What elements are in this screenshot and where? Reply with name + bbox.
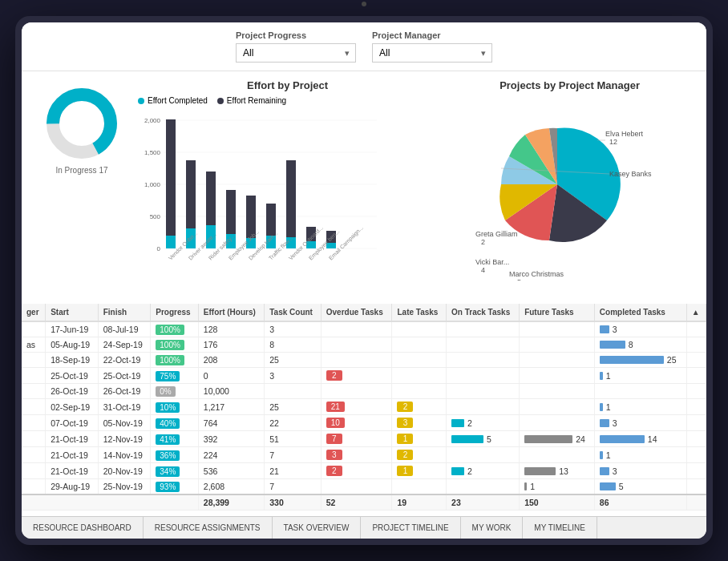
col-late: Late Tasks [392, 304, 447, 321]
cell-effort: 208 [198, 353, 264, 368]
cell-late: 1 [392, 431, 447, 447]
cell-completed: 3 [594, 415, 686, 431]
cell-tasks: 51 [265, 431, 322, 447]
project-progress-label: Project Progress [236, 30, 356, 40]
cell-progress: 40% [151, 415, 199, 431]
cell-overdue: 10 [321, 415, 392, 431]
cell-overdue: 7 [321, 431, 392, 447]
cell-manager [22, 353, 46, 368]
table-area[interactable]: ger Start Finish Progress Effort (Hours)… [22, 304, 706, 520]
legend-remaining-dot [217, 98, 224, 104]
cell-effort: 536 [198, 463, 264, 479]
cell-tasks: 8 [265, 337, 322, 353]
tab-my-timeline[interactable]: MY TIMELINE [523, 517, 597, 539]
col-effort: Effort (Hours) [198, 304, 264, 321]
cell-manager [22, 399, 46, 415]
col-progress: Progress [151, 304, 199, 321]
cell-late [392, 384, 447, 399]
cell-manager [22, 415, 46, 431]
cell-future [520, 353, 595, 368]
project-manager-select[interactable]: All [372, 43, 492, 63]
bar-chart-legend: Effort Completed Effort Remaining [138, 96, 437, 105]
cell-start: 21-Oct-19 [46, 447, 99, 463]
laptop-frame: Project Progress All Project Manager All [15, 16, 713, 545]
table-row: 07-Oct-19 05-Nov-19 40% 764 22 10 3 2 3 [22, 415, 706, 431]
svg-rect-12 [166, 119, 176, 248]
cell-completed: 25 [594, 353, 686, 368]
cell-finish: 31-Oct-19 [98, 399, 151, 415]
cell-finish: 08-Jul-19 [98, 321, 151, 337]
total-scroll [686, 494, 706, 511]
table-row: 21-Oct-19 14-Nov-19 36% 224 7 3 2 1 [22, 447, 706, 463]
cell-scroll [686, 384, 706, 399]
cell-future: 24 [520, 431, 595, 447]
camera-dot [362, 2, 366, 6]
tab-resource-assignments[interactable]: RESOURCE ASSIGNMENTS [144, 517, 273, 539]
cell-ontrack [447, 399, 520, 415]
cell-scroll [686, 337, 706, 353]
cell-finish: 14-Nov-19 [98, 447, 151, 463]
cell-progress: 93% [151, 479, 199, 495]
cell-scroll [686, 479, 706, 495]
legend-remaining-label: Effort Remaining [227, 96, 286, 105]
donut-chart-svg [46, 87, 118, 159]
cell-late [392, 353, 447, 368]
total-effort: 28,399 [198, 494, 264, 511]
cell-ontrack [447, 384, 520, 399]
svg-text:1,500: 1,500 [144, 149, 161, 156]
col-task-count: Task Count [265, 304, 322, 321]
cell-completed: 1 [594, 368, 686, 384]
project-manager-select-wrap[interactable]: All [372, 43, 492, 63]
legend-completed: Effort Completed [138, 96, 208, 105]
cell-completed: 5 [594, 479, 686, 495]
project-progress-select[interactable]: All [236, 43, 356, 63]
cell-completed [594, 384, 686, 399]
cell-finish: 05-Nov-19 [98, 415, 151, 431]
project-progress-filter-group: Project Progress All [236, 30, 356, 63]
cell-manager [22, 431, 46, 447]
project-progress-select-wrap[interactable]: All [236, 43, 356, 63]
svg-text:Vicki Bar...: Vicki Bar... [475, 258, 509, 266]
legend-completed-dot [138, 98, 144, 104]
cell-progress: 34% [151, 463, 199, 479]
total-label [22, 494, 198, 511]
tab-resource-dashboard[interactable]: RESOURCE DASHBOARD [22, 517, 144, 539]
col-start: Start [46, 304, 99, 321]
cell-future: 1 [520, 479, 595, 495]
svg-text:Kasey Banks: Kasey Banks [609, 170, 652, 178]
cell-start: 26-Oct-19 [46, 384, 99, 399]
tab-project-timeline[interactable]: PROJECT TIMELINE [361, 517, 460, 539]
cell-scroll [686, 399, 706, 415]
cell-manager [22, 447, 46, 463]
cell-future [520, 399, 595, 415]
cell-effort: 1,217 [198, 399, 264, 415]
tab-task-overview[interactable]: TASK OVERVIEW [273, 517, 362, 539]
data-table: ger Start Finish Progress Effort (Hours)… [22, 304, 706, 511]
legend-remaining: Effort Remaining [217, 96, 286, 105]
table-header-row: ger Start Finish Progress Effort (Hours)… [22, 304, 706, 321]
bar-chart-svg: 2,000 1,500 1,000 500 0 [138, 108, 378, 268]
total-completed: 86 [594, 494, 686, 511]
cell-tasks: 21 [265, 463, 322, 479]
cell-manager [22, 384, 46, 399]
cell-completed: 14 [594, 431, 686, 447]
table-row: 29-Aug-19 25-Nov-19 93% 2,608 7 1 5 [22, 479, 706, 495]
cell-finish: 25-Oct-19 [98, 368, 151, 384]
cell-start: 21-Oct-19 [46, 431, 99, 447]
total-ontrack: 23 [447, 494, 520, 511]
cell-progress: 75% [151, 368, 199, 384]
svg-text:Greta Gilliam: Greta Gilliam [475, 230, 518, 238]
cell-tasks: 7 [265, 479, 322, 495]
bottom-nav: RESOURCE DASHBOARD RESOURCE ASSIGNMENTS … [22, 516, 706, 539]
cell-scroll [686, 431, 706, 447]
cell-tasks: 25 [265, 353, 322, 368]
cell-start: 05-Aug-19 [46, 337, 99, 353]
cell-start: 18-Sep-19 [46, 353, 99, 368]
cell-future [520, 321, 595, 337]
pie-chart-area: Projects by Project Manager [445, 79, 694, 296]
cell-tasks: 3 [265, 368, 322, 384]
cell-overdue [321, 321, 392, 337]
cell-late: 3 [392, 415, 447, 431]
tab-my-work[interactable]: MY WORK [461, 517, 524, 539]
cell-tasks: 3 [265, 321, 322, 337]
